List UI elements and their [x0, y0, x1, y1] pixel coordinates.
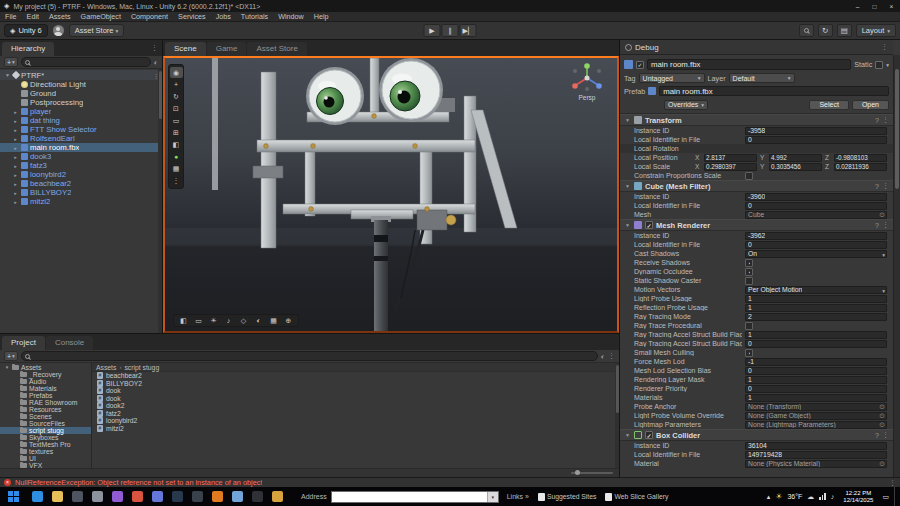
weather-sun-icon[interactable]: ☀	[775, 492, 782, 501]
asset-file[interactable]: # dook	[92, 395, 619, 403]
close-button[interactable]: ×	[883, 0, 900, 12]
scrollbar-thumb[interactable]	[895, 69, 899, 189]
cloud-sync-icon[interactable]: ☁	[807, 493, 814, 501]
inspector-scrollbar[interactable]	[893, 55, 900, 477]
static-dropdown-icon[interactable]: ▾	[886, 62, 889, 68]
discord-icon[interactable]	[152, 491, 163, 502]
inspector-property-row[interactable]: Local Rotation ▾ ⊙	[620, 144, 893, 153]
component-enabled-checkbox[interactable]: ✓	[645, 221, 653, 229]
menu-item[interactable]: Window	[273, 12, 309, 21]
property-value[interactable]: ▾ ⊙	[745, 277, 753, 285]
tag-dropdown[interactable]: Untagged ▾	[639, 73, 705, 83]
scene-orientation-gizmo[interactable]: Persp	[565, 62, 609, 101]
project-folder[interactable]: UI	[0, 455, 91, 462]
property-value[interactable]: ▾ ⊙	[745, 172, 753, 180]
2d-toggle-icon[interactable]: ▭	[192, 316, 205, 326]
hierarchy-scrollbar[interactable]	[158, 69, 162, 333]
paint-icon[interactable]	[272, 491, 283, 502]
inspector-property-row[interactable]: Instance ID -3962 ▾ ⊙	[620, 231, 893, 240]
unity-editor-icon[interactable]	[92, 491, 103, 502]
edge-browser-icon[interactable]	[32, 491, 43, 502]
unity-version-button[interactable]: ◈ Unity 6	[4, 24, 48, 37]
temperature-label[interactable]: 36°F	[787, 493, 802, 500]
suggested-sites-link[interactable]: Suggested Sites	[538, 493, 597, 501]
component-header-transform[interactable]: ▼ Transform ? ⋮	[620, 114, 893, 126]
menu-item[interactable]: Help	[309, 12, 334, 21]
property-value[interactable]: 36104 ▾ ⊙	[745, 442, 887, 450]
object-picker-icon[interactable]: ⊙	[879, 460, 885, 468]
kebab-icon[interactable]: ⋮	[882, 431, 889, 439]
inspector-property-row[interactable]: Light Probe Usage 1 ▾ ⊙	[620, 294, 893, 303]
asset-file[interactable]: # loonybird2	[92, 417, 619, 425]
property-value[interactable]: -3960 ▾ ⊙	[745, 193, 887, 201]
hierarchy-item[interactable]: ▸ fatz3	[0, 161, 162, 170]
file-explorer-icon[interactable]	[52, 491, 63, 502]
foldout-icon[interactable]: ▸	[12, 199, 19, 205]
obs-icon[interactable]	[192, 491, 203, 502]
hierarchy-item[interactable]: ▸ player	[0, 107, 162, 116]
inspector-property-row[interactable]: Instance ID -3960 ▾ ⊙	[620, 192, 893, 201]
inspector-property-row[interactable]: Materials 1 ▾ ⊙	[620, 393, 893, 402]
inspector-property-row[interactable]: Ray Tracing Mode 2 ▾ ⊙	[620, 312, 893, 321]
tab-debug[interactable]: Debug	[635, 43, 659, 52]
scene-visibility-icon[interactable]: ◐	[154, 59, 158, 66]
hierarchy-search-input[interactable]	[21, 57, 151, 67]
inspector-property-row[interactable]: Static Shadow Caster ▾ ⊙	[620, 276, 893, 285]
hierarchy-item[interactable]: ▸ beachbear2	[0, 179, 162, 188]
scrollbar-thumb[interactable]	[616, 365, 619, 413]
inspector-property-row[interactable]: Local Identifier in File 0 ▾ ⊙	[620, 135, 893, 144]
menu-item[interactable]: Jobs	[211, 12, 236, 21]
foldout-icon[interactable]: ▸	[12, 118, 19, 124]
hierarchy-item[interactable]: ▸ BILLYBOY2	[0, 188, 162, 197]
help-icon[interactable]: ?	[875, 432, 879, 439]
inspector-property-row[interactable]: Dynamic Occludee ✓ ▾ ⊙	[620, 267, 893, 276]
inspector-property-row[interactable]: Material None (Physics Material) ▾ ⊙	[620, 459, 893, 468]
component-header-box-collider[interactable]: ▼ ✓ Box Collider ? ⋮	[620, 429, 893, 441]
panel-menu-icon[interactable]: ⋮	[881, 43, 888, 51]
undo-history-button[interactable]: ↻	[818, 24, 833, 37]
add-asset-button[interactable]: + ▾	[4, 351, 18, 361]
inspector-property-row[interactable]: Probe Anchor None (Transform) ▾ ⊙	[620, 402, 893, 411]
property-value[interactable]: 0 ▾ ⊙	[745, 202, 887, 210]
start-button[interactable]	[0, 487, 26, 506]
property-value[interactable]: -1 ▾ ⊙	[745, 358, 887, 366]
breadcrumb-current[interactable]: script stugg	[124, 364, 159, 371]
static-checkbox[interactable]	[875, 61, 883, 69]
tab-hierarchy[interactable]: Hierarchy	[2, 42, 54, 56]
menu-item[interactable]: Assets	[44, 12, 76, 21]
gameobject-name-field[interactable]: main room.fbx	[647, 59, 851, 70]
scene-view-tab[interactable]: Asset Store	[247, 42, 306, 56]
property-value[interactable]: 149719428 ▾ ⊙	[745, 451, 887, 459]
transform-tool-icon[interactable]: ⊞	[170, 127, 183, 138]
help-icon[interactable]: ?	[875, 117, 879, 124]
menu-item[interactable]: Component	[126, 12, 173, 21]
property-value[interactable]: ✓ ▾ ⊙	[745, 349, 753, 357]
notepad-icon[interactable]	[232, 491, 243, 502]
property-value[interactable]: 0 ▾ ⊙	[745, 241, 887, 249]
kebab-icon[interactable]: ⋮	[882, 116, 889, 124]
inspector-property-row[interactable]: Local Identifier in File 0 ▾ ⊙	[620, 201, 893, 210]
property-value[interactable]: 0 ▾ ⊙	[745, 367, 887, 375]
project-tab[interactable]: Project	[2, 336, 45, 350]
account-avatar[interactable]	[53, 25, 64, 36]
property-value[interactable]: ▾ ⊙	[745, 322, 753, 330]
scene-view-tab[interactable]: Scene	[165, 42, 206, 56]
hidden-icons-chevron-icon[interactable]: ▴	[767, 493, 771, 501]
foldout-icon[interactable]: ▸	[12, 172, 19, 178]
custom-tool-icon[interactable]: ◧	[170, 139, 183, 150]
asset-file[interactable]: # dook	[92, 387, 619, 395]
object-picker-icon[interactable]: ⊙	[879, 421, 885, 429]
project-folder[interactable]: _Recovery	[0, 371, 91, 378]
kebab-icon[interactable]: ⋮	[882, 182, 889, 190]
asset-file[interactable]: # beachbear2	[92, 372, 619, 380]
minimize-button[interactable]: –	[849, 0, 866, 12]
maximize-button[interactable]: □	[866, 0, 883, 12]
asset-file[interactable]: # fatz2	[92, 410, 619, 418]
add-gameobject-button[interactable]: + ▾	[4, 57, 18, 67]
search-button[interactable]	[799, 24, 814, 37]
grid-toggle-icon[interactable]: ▦	[170, 163, 183, 174]
step-button[interactable]: ▶▏	[460, 24, 477, 37]
project-tab[interactable]: Console	[46, 336, 93, 350]
audio-toggle-icon[interactable]: ♪	[222, 316, 235, 326]
asset-file[interactable]: # BILLYBOY2	[92, 380, 619, 388]
